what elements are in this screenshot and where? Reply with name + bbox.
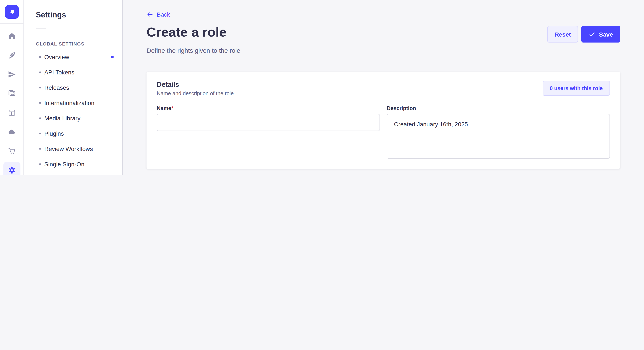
sidebar-item-transfer-tokens[interactable]: Transfer Tokens [24,172,122,175]
sidebar-item-internationalization[interactable]: Internationalization [24,95,122,111]
sidebar-title: Settings [24,11,122,19]
users-with-role-button[interactable]: 0 users with this role [542,81,610,96]
content-type-builder-layout-icon[interactable] [3,104,20,121]
sidebar-item-plugins[interactable]: Plugins [24,126,122,141]
save-button[interactable]: Save [582,26,620,42]
bullet-icon [39,133,41,134]
home-icon[interactable] [3,28,20,45]
details-title: Details [157,81,234,88]
sidebar-item-overview[interactable]: Overview [24,49,122,65]
releases-send-icon[interactable] [3,66,20,83]
icon-rail: KD [0,0,24,175]
content-manager-feather-icon[interactable] [3,47,20,64]
required-asterisk: * [171,105,173,111]
notification-dot [111,56,114,58]
strapi-logo-icon [8,7,16,16]
page-subtitle: Define the rights given to the role [146,47,620,54]
page-header: Create a role Reset Save [146,25,620,42]
details-card: Details Name and description of the role… [146,72,620,169]
name-field-group: Name* [157,105,380,159]
bullet-icon [39,87,41,88]
rail-nav [3,24,20,175]
arrow-left-icon [146,11,153,18]
bullet-icon [39,71,41,73]
details-subtitle: Name and description of the role [157,91,234,97]
rail-logo-area [0,0,24,24]
sidebar-item-api-tokens[interactable]: API Tokens [24,65,122,80]
name-label: Name* [157,105,380,111]
sidebar-item-single-sign-on[interactable]: Single Sign-On [24,157,122,172]
details-heading: Details Name and description of the role [157,81,234,97]
check-icon [589,31,596,38]
reset-button[interactable]: Reset [547,26,578,42]
bullet-icon [39,102,41,104]
strapi-admin-app: KD Settings GLOBAL SETTINGS Overview API… [0,0,644,175]
marketplace-cart-icon[interactable] [3,143,20,160]
bullet-icon [39,163,41,165]
sidebar-item-releases[interactable]: Releases [24,80,122,95]
settings-gear-icon[interactable] [3,162,20,175]
header-actions: Reset Save [547,25,620,42]
section-global-settings: GLOBAL SETTINGS [24,41,122,46]
bullet-icon [39,56,41,58]
main-content: Back Create a role Reset Save Define the… [123,0,644,175]
media-library-icon[interactable] [3,85,20,102]
page-title: Create a role [146,25,226,39]
sidebar-divider [36,28,46,29]
bullet-icon [39,117,41,119]
strapi-logo[interactable] [5,5,18,18]
sidebar-item-media-library[interactable]: Media Library [24,111,122,126]
sidebar-item-review-workflows[interactable]: Review Workflows [24,141,122,157]
description-label: Description [387,105,610,111]
name-input[interactable] [157,114,380,131]
deploy-cloud-icon[interactable] [3,123,20,140]
back-link[interactable]: Back [146,11,170,18]
bullet-icon [39,148,41,150]
settings-sidebar: Settings GLOBAL SETTINGS Overview API To… [24,0,123,175]
description-textarea[interactable]: Created January 16th, 2025 [387,114,610,159]
description-field-group: Description Created January 16th, 2025 [387,105,610,159]
